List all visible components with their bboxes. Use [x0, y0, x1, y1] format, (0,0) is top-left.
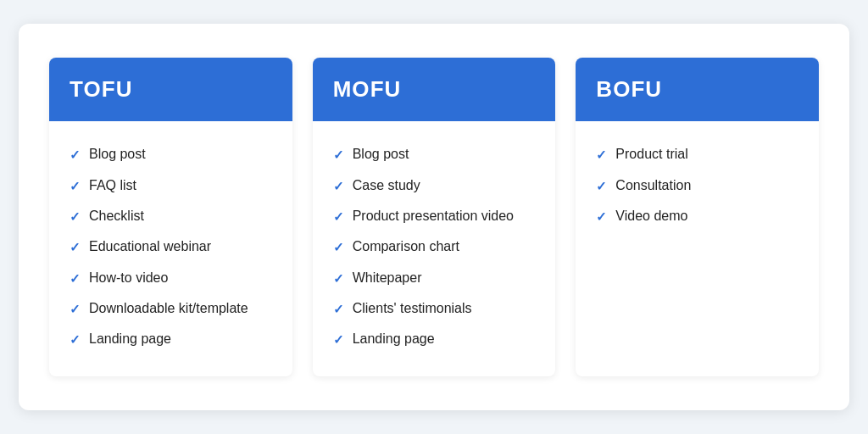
column-header-tofu: TOFU [49, 58, 292, 121]
column-body-mofu: ✓Blog post✓Case study✓Product presentati… [313, 121, 556, 376]
column-header-mofu: MOFU [313, 58, 556, 121]
item-label: Landing page [89, 330, 171, 348]
check-icon: ✓ [333, 270, 344, 287]
check-icon: ✓ [333, 177, 344, 195]
column-body-tofu: ✓Blog post✓FAQ list✓Checklist✓Educationa… [49, 121, 292, 376]
item-label: Product trial [615, 145, 687, 164]
column-bofu: BOFU✓Product trial✓Consultation✓Video de… [576, 58, 819, 376]
item-label: How-to video [89, 269, 168, 287]
item-label: FAQ list [89, 176, 136, 195]
list-item: ✓Clients' testimonials [333, 299, 536, 318]
item-label: Blog post [353, 145, 409, 164]
list-item: ✓Product trial [596, 145, 798, 164]
check-icon: ✓ [333, 208, 344, 225]
list-item: ✓How-to video [70, 269, 272, 287]
list-item: ✓Educational webinar [70, 237, 272, 256]
page-wrapper: TOFU✓Blog post✓FAQ list✓Checklist✓Educat… [19, 24, 849, 410]
list-item: ✓Landing page [333, 330, 536, 348]
check-icon: ✓ [596, 146, 607, 164]
item-label: Downloadable kit/template [89, 299, 248, 318]
check-icon: ✓ [70, 331, 81, 348]
check-icon: ✓ [70, 146, 81, 164]
item-label: Comparison chart [353, 237, 459, 256]
item-label: Checklist [89, 207, 144, 225]
list-item: ✓Comparison chart [333, 237, 536, 256]
list-item: ✓Product presentation video [333, 207, 536, 225]
column-header-bofu: BOFU [576, 58, 819, 121]
item-list-bofu: ✓Product trial✓Consultation✓Video demo [596, 145, 798, 225]
check-icon: ✓ [596, 177, 607, 195]
check-icon: ✓ [70, 238, 81, 256]
check-icon: ✓ [70, 270, 81, 287]
list-item: ✓Video demo [596, 207, 798, 225]
check-icon: ✓ [70, 177, 81, 195]
column-mofu: MOFU✓Blog post✓Case study✓Product presen… [313, 58, 556, 376]
column-body-bofu: ✓Product trial✓Consultation✓Video demo [576, 121, 819, 253]
list-item: ✓Whitepaper [333, 269, 536, 287]
column-tofu: TOFU✓Blog post✓FAQ list✓Checklist✓Educat… [49, 58, 292, 376]
item-label: Clients' testimonials [353, 299, 472, 318]
item-label: Consultation [615, 176, 691, 195]
check-icon: ✓ [70, 208, 81, 225]
item-label: Video demo [615, 207, 687, 225]
columns-container: TOFU✓Blog post✓FAQ list✓Checklist✓Educat… [49, 58, 819, 376]
item-label: Case study [353, 176, 420, 195]
list-item: ✓FAQ list [70, 176, 272, 195]
list-item: ✓Blog post [70, 145, 272, 164]
column-title-bofu: BOFU [596, 76, 798, 103]
item-label: Whitepaper [353, 269, 422, 287]
list-item: ✓Checklist [70, 207, 272, 225]
check-icon: ✓ [70, 300, 81, 318]
check-icon: ✓ [333, 146, 344, 164]
column-title-mofu: MOFU [333, 76, 536, 103]
list-item: ✓Consultation [596, 176, 798, 195]
check-icon: ✓ [333, 238, 344, 256]
item-label: Landing page [353, 330, 435, 348]
item-list-tofu: ✓Blog post✓FAQ list✓Checklist✓Educationa… [70, 145, 272, 349]
item-label: Blog post [89, 145, 146, 164]
list-item: ✓Downloadable kit/template [70, 299, 272, 318]
item-label: Educational webinar [89, 237, 211, 256]
check-icon: ✓ [333, 331, 344, 348]
list-item: ✓Case study [333, 176, 536, 195]
item-list-mofu: ✓Blog post✓Case study✓Product presentati… [333, 145, 536, 349]
list-item: ✓Landing page [70, 330, 272, 348]
list-item: ✓Blog post [333, 145, 536, 164]
item-label: Product presentation video [353, 207, 514, 225]
column-title-tofu: TOFU [70, 76, 272, 103]
check-icon: ✓ [596, 208, 607, 225]
check-icon: ✓ [333, 300, 344, 318]
